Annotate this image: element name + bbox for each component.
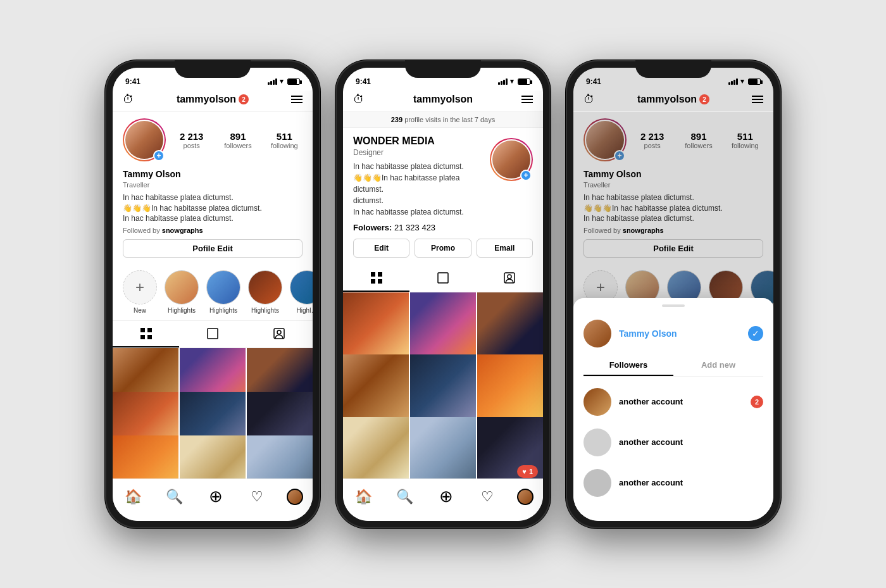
nav-header-3: ⏱ tammyolson 2 xyxy=(573,91,773,112)
svg-rect-11 xyxy=(438,273,448,283)
sheet-current-user-3[interactable]: Tammy Olson ✓ xyxy=(573,315,773,353)
content-scroll-2[interactable]: 239 profile visits in the last 7 days WO… xyxy=(343,112,543,479)
phone-2: 9:41 ▾ ⏱ tammyolson xyxy=(335,60,551,529)
nav-add-1[interactable]: ⊕ xyxy=(204,485,227,508)
photo-cell-1-7[interactable] xyxy=(180,435,246,478)
email-btn-2[interactable]: Email xyxy=(477,239,533,258)
history-icon-3[interactable]: ⏱ xyxy=(583,93,595,106)
tab-tagged-2[interactable] xyxy=(477,265,543,292)
photo-cell-2-2[interactable] xyxy=(477,292,543,358)
nav-home-2[interactable]: 🏠 xyxy=(353,485,375,508)
avatar-add-btn-1[interactable]: + xyxy=(153,150,165,161)
sheet-tab-followers-3[interactable]: Followers xyxy=(583,355,673,376)
promo-text-2: profile visits in the last 7 days xyxy=(404,116,495,123)
sheet-account-list-3: another account 2 another account anothe… xyxy=(573,377,773,508)
phone-3: 9:41 ▾ ⏱ tammyolson 2 xyxy=(566,60,781,529)
followers-count-2: Folowers: 21 323 423 xyxy=(353,223,533,232)
profile-bio-1-0: In hac habitasse platea dictumst. xyxy=(123,192,303,203)
avatar-add-btn-3[interactable]: + xyxy=(614,150,625,161)
wifi-icon-3: ▾ xyxy=(740,77,744,85)
nav-home-1[interactable]: 🏠 xyxy=(122,485,145,508)
battery-icon-3 xyxy=(748,78,761,85)
svg-rect-0 xyxy=(140,328,145,332)
nav-header-1: ⏱ tammyolson 2 xyxy=(113,91,313,112)
followed-by-3: Followed by snowgraphs xyxy=(583,227,763,234)
history-icon-1[interactable]: ⏱ xyxy=(123,93,134,106)
battery-icon-2 xyxy=(518,78,530,85)
status-icons-3: ▾ xyxy=(728,77,761,85)
promo-btn-2[interactable]: Promo xyxy=(415,239,471,258)
sheet-list-name-3-2: another account xyxy=(619,478,763,487)
tab-tagged-1[interactable] xyxy=(246,321,313,347)
promo-banner-2: 239 profile visits in the last 7 days xyxy=(343,112,543,128)
highlight-circle-1-4 xyxy=(290,270,313,304)
sheet-list-row-3-2[interactable]: another account xyxy=(573,463,773,503)
phone-screen-1: 9:41 ▾ ⏱ tammyolson 2 xyxy=(113,68,313,521)
sheet-notif-badge-3-0: 2 xyxy=(751,396,763,408)
photo-cell-2-7[interactable] xyxy=(410,417,476,479)
tab-grid-2[interactable] xyxy=(343,265,409,292)
tab-list-2[interactable] xyxy=(409,265,476,292)
sheet-list-row-3-0[interactable]: another account 2 xyxy=(573,382,773,422)
photo-cell-1-8[interactable]: ♥1 xyxy=(247,435,313,478)
edit-profile-btn-1[interactable]: Pofile Edit xyxy=(123,239,303,258)
nav-profile-1[interactable] xyxy=(287,489,303,505)
stat-following-3: 511 following xyxy=(727,131,763,149)
tab-grid-1[interactable] xyxy=(113,321,179,347)
highlight-circle-1-3 xyxy=(248,270,282,304)
profile-top-1: + 2 213 posts 891 followers xyxy=(123,118,303,163)
phone-screen-2: 9:41 ▾ ⏱ tammyolson xyxy=(343,68,543,521)
phone-screen-3: 9:41 ▾ ⏱ tammyolson 2 xyxy=(573,68,773,521)
profile-section-1: + 2 213 posts 891 followers xyxy=(113,112,313,265)
stat-followers-3: 891 followers xyxy=(680,131,716,149)
highlight-new-1[interactable]: + New xyxy=(123,270,157,314)
stat-posts-3: 2 213 posts xyxy=(634,131,670,149)
photo-cell-2-4[interactable] xyxy=(410,354,476,420)
sheet-list-avatar-3-1 xyxy=(583,428,611,456)
svg-rect-10 xyxy=(378,279,382,284)
svg-rect-1 xyxy=(147,328,152,332)
photo-cell-2-6[interactable] xyxy=(343,417,409,479)
tab-list-1[interactable] xyxy=(179,321,246,347)
sheet-list-name-3-1: another account xyxy=(619,437,763,447)
photo-cell-1-6[interactable] xyxy=(113,435,178,478)
highlights-row-1[interactable]: + New Highlights Highlights Highli xyxy=(113,264,313,321)
signal-icon-3 xyxy=(728,78,738,85)
profile-section-3: + 2 213 posts 891 followers xyxy=(573,112,773,265)
sheet-list-row-3-1[interactable]: another account xyxy=(573,422,773,463)
hamburger-menu-3[interactable] xyxy=(752,96,763,103)
photo-cell-2-0[interactable] xyxy=(343,292,409,358)
photo-cell-2-5[interactable] xyxy=(477,354,543,420)
username-1: tammyolson 2 xyxy=(177,94,249,105)
photo-grid-1: ♥1 xyxy=(113,348,313,478)
nav-search-1[interactable]: 🔍 xyxy=(163,485,186,508)
highlight-1-2[interactable]: Highlights xyxy=(206,270,240,314)
history-icon-2[interactable]: ⏱ xyxy=(353,93,365,106)
followed-by-1: Followed by snowgraphs xyxy=(123,227,303,234)
photo-cell-2-1[interactable] xyxy=(410,292,476,358)
followers-number-2: 21 323 423 xyxy=(394,223,435,232)
nav-search-2[interactable]: 🔍 xyxy=(394,485,416,508)
svg-rect-9 xyxy=(371,279,375,284)
sheet-tab-add-new-3[interactable]: Add new xyxy=(673,355,763,376)
photo-cell-2-8[interactable]: ♥1 xyxy=(477,417,543,479)
feed-tabs-2 xyxy=(343,265,543,292)
avatar-add-btn-2[interactable]: + xyxy=(520,170,532,181)
edit-btn-2[interactable]: Edit xyxy=(353,239,409,258)
photo-cell-2-3[interactable] xyxy=(343,354,409,420)
hamburger-menu-2[interactable] xyxy=(521,96,533,103)
highlight-1-1[interactable]: Highlights xyxy=(165,270,199,314)
highlight-1-3[interactable]: Highlights xyxy=(248,270,282,314)
content-scroll-1[interactable]: + 2 213 posts 891 followers xyxy=(113,112,313,479)
nav-heart-1[interactable]: ♡ xyxy=(246,485,268,508)
highlight-1-4[interactable]: Highl… xyxy=(290,270,313,314)
nav-heart-2[interactable]: ♡ xyxy=(476,485,499,508)
hamburger-menu-1[interactable] xyxy=(291,96,303,103)
nav-profile-2[interactable] xyxy=(517,489,533,505)
followed-by-user-1[interactable]: snowgraphs xyxy=(162,227,203,234)
signal-icon-1 xyxy=(268,78,277,85)
bottom-sheet-3[interactable]: Tammy Olson ✓ Followers Add new another … xyxy=(573,298,773,521)
nav-add-2[interactable]: ⊕ xyxy=(435,485,458,508)
profile2-text: WONDER MEDIA Designer In hac habitasse p… xyxy=(353,135,482,218)
wifi-icon-2: ▾ xyxy=(510,77,514,85)
